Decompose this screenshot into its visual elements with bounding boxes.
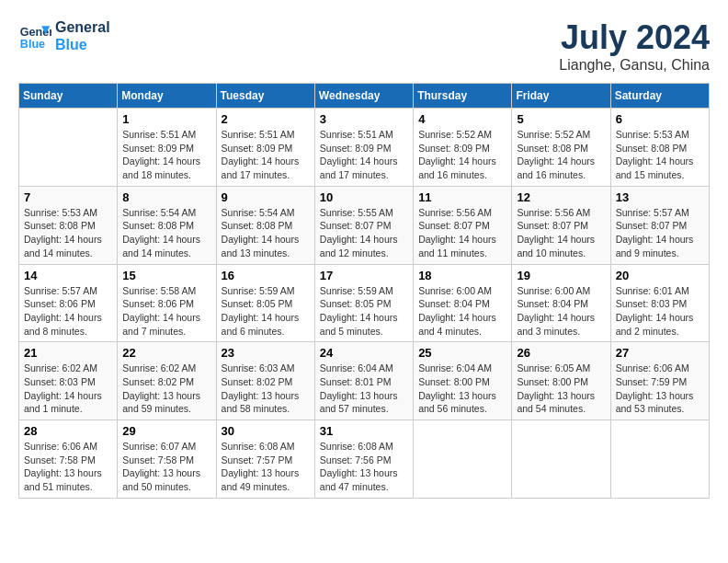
- day-info: Sunrise: 5:53 AMSunset: 8:08 PMDaylight:…: [24, 206, 112, 260]
- calendar-cell: 20Sunrise: 6:01 AMSunset: 8:03 PMDayligh…: [610, 264, 709, 342]
- day-info: Sunrise: 5:53 AMSunset: 8:08 PMDaylight:…: [616, 128, 704, 182]
- day-info: Sunrise: 6:01 AMSunset: 8:03 PMDaylight:…: [616, 284, 704, 339]
- calendar-week-row: 14Sunrise: 5:57 AMSunset: 8:06 PMDayligh…: [19, 264, 710, 342]
- day-info: Sunrise: 5:57 AMSunset: 8:07 PMDaylight:…: [616, 206, 704, 260]
- weekday-header: Wednesday: [314, 84, 413, 109]
- day-number: 28: [24, 424, 112, 438]
- day-info: Sunrise: 5:51 AMSunset: 8:09 PMDaylight:…: [122, 128, 210, 182]
- day-info: Sunrise: 5:59 AMSunset: 8:05 PMDaylight:…: [320, 284, 408, 339]
- day-number: 14: [24, 269, 112, 282]
- day-info: Sunrise: 5:51 AMSunset: 8:09 PMDaylight:…: [222, 128, 310, 182]
- calendar-week-row: 7Sunrise: 5:53 AMSunset: 8:08 PMDaylight…: [19, 186, 710, 264]
- day-number: 11: [418, 190, 506, 204]
- calendar-cell: 30Sunrise: 6:08 AMSunset: 7:57 PMDayligh…: [216, 420, 314, 499]
- calendar-cell: 11Sunrise: 5:56 AMSunset: 8:07 PMDayligh…: [414, 186, 512, 264]
- svg-text:Blue: Blue: [20, 38, 45, 51]
- calendar-cell: 27Sunrise: 6:06 AMSunset: 7:59 PMDayligh…: [610, 342, 709, 420]
- day-number: 29: [122, 424, 210, 438]
- calendar-cell: 7Sunrise: 5:53 AMSunset: 8:08 PMDaylight…: [19, 186, 118, 264]
- day-info: Sunrise: 6:03 AMSunset: 8:02 PMDaylight:…: [222, 362, 310, 416]
- calendar-cell: 4Sunrise: 5:52 AMSunset: 8:09 PMDaylight…: [414, 109, 512, 187]
- day-info: Sunrise: 6:06 AMSunset: 7:58 PMDaylight:…: [24, 440, 112, 494]
- weekday-header: Saturday: [610, 84, 709, 109]
- calendar-cell: 10Sunrise: 5:55 AMSunset: 8:07 PMDayligh…: [314, 186, 413, 264]
- day-number: 20: [616, 269, 704, 282]
- day-info: Sunrise: 5:52 AMSunset: 8:09 PMDaylight:…: [418, 128, 506, 182]
- day-number: 26: [517, 346, 605, 360]
- day-info: Sunrise: 5:57 AMSunset: 8:06 PMDaylight:…: [24, 284, 112, 339]
- calendar-cell: 19Sunrise: 6:00 AMSunset: 8:04 PMDayligh…: [512, 264, 610, 342]
- weekday-header: Thursday: [414, 84, 512, 109]
- day-number: 10: [320, 190, 408, 204]
- day-info: Sunrise: 6:04 AMSunset: 8:01 PMDaylight:…: [320, 362, 408, 416]
- day-info: Sunrise: 6:06 AMSunset: 7:59 PMDaylight:…: [616, 362, 704, 416]
- day-info: Sunrise: 6:05 AMSunset: 8:00 PMDaylight:…: [517, 362, 605, 416]
- calendar-cell: 2Sunrise: 5:51 AMSunset: 8:09 PMDaylight…: [216, 109, 314, 187]
- day-info: Sunrise: 5:54 AMSunset: 8:08 PMDaylight:…: [122, 206, 210, 260]
- calendar-cell: 12Sunrise: 5:56 AMSunset: 8:07 PMDayligh…: [512, 186, 610, 264]
- calendar-week-row: 1Sunrise: 5:51 AMSunset: 8:09 PMDaylight…: [19, 109, 710, 187]
- weekday-header: Friday: [512, 84, 610, 109]
- calendar-cell: 13Sunrise: 5:57 AMSunset: 8:07 PMDayligh…: [610, 186, 709, 264]
- calendar-cell: 3Sunrise: 5:51 AMSunset: 8:09 PMDaylight…: [314, 109, 413, 187]
- calendar-cell: 21Sunrise: 6:02 AMSunset: 8:03 PMDayligh…: [19, 342, 118, 420]
- page-header: General Blue General Blue July 2024 Lian…: [18, 18, 710, 74]
- calendar-cell: 16Sunrise: 5:59 AMSunset: 8:05 PMDayligh…: [216, 264, 314, 342]
- day-number: 17: [320, 269, 408, 282]
- day-number: 1: [122, 112, 210, 126]
- day-info: Sunrise: 5:54 AMSunset: 8:08 PMDaylight:…: [222, 206, 310, 260]
- calendar-cell: 18Sunrise: 6:00 AMSunset: 8:04 PMDayligh…: [414, 264, 512, 342]
- header-row: SundayMondayTuesdayWednesdayThursdayFrid…: [19, 84, 710, 109]
- day-info: Sunrise: 5:56 AMSunset: 8:07 PMDaylight:…: [517, 206, 605, 260]
- calendar-cell: 15Sunrise: 5:58 AMSunset: 8:06 PMDayligh…: [118, 264, 216, 342]
- calendar-cell: [414, 420, 512, 499]
- day-number: 27: [616, 346, 704, 360]
- day-number: 8: [122, 190, 210, 204]
- day-number: 19: [517, 269, 605, 282]
- calendar-cell: [19, 109, 118, 187]
- logo: General Blue General Blue: [18, 18, 110, 53]
- day-info: Sunrise: 6:00 AMSunset: 8:04 PMDaylight:…: [517, 284, 605, 339]
- calendar-week-row: 21Sunrise: 6:02 AMSunset: 8:03 PMDayligh…: [19, 342, 710, 420]
- day-number: 23: [222, 346, 310, 360]
- calendar-cell: 9Sunrise: 5:54 AMSunset: 8:08 PMDaylight…: [216, 186, 314, 264]
- weekday-header: Tuesday: [216, 84, 314, 109]
- calendar-cell: 1Sunrise: 5:51 AMSunset: 8:09 PMDaylight…: [118, 109, 216, 187]
- calendar-cell: 29Sunrise: 6:07 AMSunset: 7:58 PMDayligh…: [118, 420, 216, 499]
- day-number: 22: [122, 346, 210, 360]
- day-info: Sunrise: 6:07 AMSunset: 7:58 PMDaylight:…: [122, 440, 210, 494]
- day-info: Sunrise: 5:52 AMSunset: 8:08 PMDaylight:…: [517, 128, 605, 182]
- logo-icon: General Blue: [18, 19, 51, 52]
- location-subtitle: Lianghe, Gansu, China: [559, 57, 710, 74]
- day-info: Sunrise: 6:04 AMSunset: 8:00 PMDaylight:…: [418, 362, 506, 416]
- day-number: 16: [222, 269, 310, 282]
- day-number: 25: [418, 346, 506, 360]
- calendar-cell: 17Sunrise: 5:59 AMSunset: 8:05 PMDayligh…: [314, 264, 413, 342]
- day-info: Sunrise: 6:08 AMSunset: 7:56 PMDaylight:…: [320, 440, 408, 494]
- day-info: Sunrise: 5:58 AMSunset: 8:06 PMDaylight:…: [122, 284, 210, 339]
- day-info: Sunrise: 6:00 AMSunset: 8:04 PMDaylight:…: [418, 284, 506, 339]
- weekday-header: Monday: [118, 84, 216, 109]
- month-title: July 2024: [559, 18, 710, 57]
- day-info: Sunrise: 6:02 AMSunset: 8:03 PMDaylight:…: [24, 362, 112, 416]
- calendar-cell: 5Sunrise: 5:52 AMSunset: 8:08 PMDaylight…: [512, 109, 610, 187]
- day-number: 18: [418, 269, 506, 282]
- day-info: Sunrise: 5:56 AMSunset: 8:07 PMDaylight:…: [418, 206, 506, 260]
- calendar-cell: 8Sunrise: 5:54 AMSunset: 8:08 PMDaylight…: [118, 186, 216, 264]
- day-info: Sunrise: 5:59 AMSunset: 8:05 PMDaylight:…: [222, 284, 310, 339]
- day-number: 5: [517, 112, 605, 126]
- weekday-header: Sunday: [19, 84, 118, 109]
- calendar-cell: 14Sunrise: 5:57 AMSunset: 8:06 PMDayligh…: [19, 264, 118, 342]
- day-number: 7: [24, 190, 112, 204]
- day-number: 31: [320, 424, 408, 438]
- logo-blue: Blue: [55, 36, 110, 53]
- calendar-cell: 22Sunrise: 6:02 AMSunset: 8:02 PMDayligh…: [118, 342, 216, 420]
- day-number: 30: [222, 424, 310, 438]
- day-number: 3: [320, 112, 408, 126]
- day-number: 13: [616, 190, 704, 204]
- day-number: 2: [222, 112, 310, 126]
- calendar-cell: 28Sunrise: 6:06 AMSunset: 7:58 PMDayligh…: [19, 420, 118, 499]
- logo-general: General: [55, 18, 110, 36]
- day-number: 12: [517, 190, 605, 204]
- calendar-cell: 25Sunrise: 6:04 AMSunset: 8:00 PMDayligh…: [414, 342, 512, 420]
